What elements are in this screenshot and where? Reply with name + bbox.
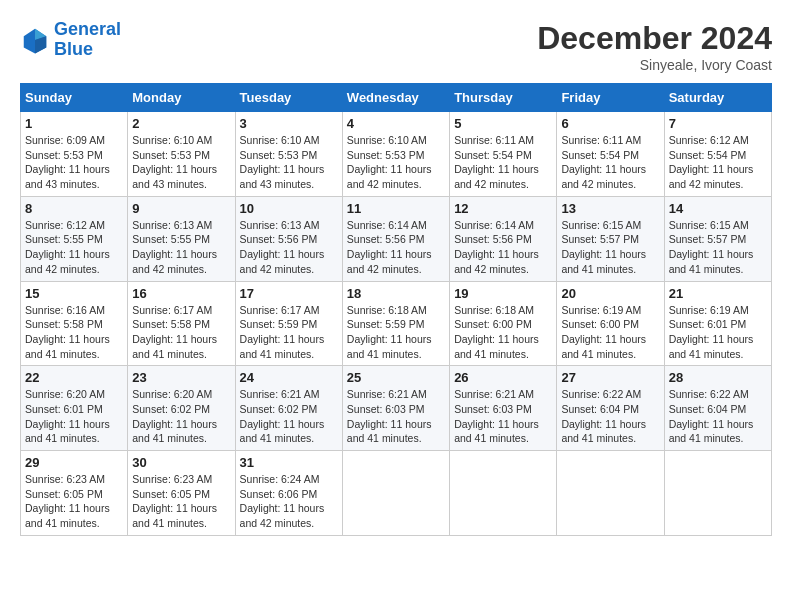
calendar-header-row: SundayMondayTuesdayWednesdayThursdayFrid… [21, 84, 772, 112]
day-info: Sunrise: 6:23 AM Sunset: 6:05 PM Dayligh… [132, 472, 230, 531]
calendar-week-row: 22Sunrise: 6:20 AM Sunset: 6:01 PM Dayli… [21, 366, 772, 451]
calendar-cell: 21Sunrise: 6:19 AM Sunset: 6:01 PM Dayli… [664, 281, 771, 366]
calendar-week-row: 15Sunrise: 6:16 AM Sunset: 5:58 PM Dayli… [21, 281, 772, 366]
calendar-cell: 12Sunrise: 6:14 AM Sunset: 5:56 PM Dayli… [450, 196, 557, 281]
calendar-cell: 11Sunrise: 6:14 AM Sunset: 5:56 PM Dayli… [342, 196, 449, 281]
logo-line1: General [54, 19, 121, 39]
calendar-cell [450, 451, 557, 536]
calendar-cell: 29Sunrise: 6:23 AM Sunset: 6:05 PM Dayli… [21, 451, 128, 536]
day-number: 6 [561, 116, 659, 131]
day-info: Sunrise: 6:21 AM Sunset: 6:03 PM Dayligh… [347, 387, 445, 446]
logo-line2: Blue [54, 39, 93, 59]
day-info: Sunrise: 6:14 AM Sunset: 5:56 PM Dayligh… [347, 218, 445, 277]
day-number: 8 [25, 201, 123, 216]
calendar-cell: 27Sunrise: 6:22 AM Sunset: 6:04 PM Dayli… [557, 366, 664, 451]
day-number: 3 [240, 116, 338, 131]
day-info: Sunrise: 6:09 AM Sunset: 5:53 PM Dayligh… [25, 133, 123, 192]
day-number: 12 [454, 201, 552, 216]
day-number: 2 [132, 116, 230, 131]
calendar-cell: 17Sunrise: 6:17 AM Sunset: 5:59 PM Dayli… [235, 281, 342, 366]
day-number: 11 [347, 201, 445, 216]
day-info: Sunrise: 6:13 AM Sunset: 5:55 PM Dayligh… [132, 218, 230, 277]
day-number: 9 [132, 201, 230, 216]
day-number: 13 [561, 201, 659, 216]
calendar-cell: 24Sunrise: 6:21 AM Sunset: 6:02 PM Dayli… [235, 366, 342, 451]
day-number: 15 [25, 286, 123, 301]
day-number: 16 [132, 286, 230, 301]
calendar-cell: 15Sunrise: 6:16 AM Sunset: 5:58 PM Dayli… [21, 281, 128, 366]
day-info: Sunrise: 6:10 AM Sunset: 5:53 PM Dayligh… [132, 133, 230, 192]
page-header: General Blue December 2024 Sinyeale, Ivo… [20, 20, 772, 73]
day-number: 1 [25, 116, 123, 131]
calendar-cell: 1Sunrise: 6:09 AM Sunset: 5:53 PM Daylig… [21, 112, 128, 197]
day-number: 26 [454, 370, 552, 385]
calendar-cell: 7Sunrise: 6:12 AM Sunset: 5:54 PM Daylig… [664, 112, 771, 197]
day-number: 30 [132, 455, 230, 470]
day-number: 5 [454, 116, 552, 131]
logo: General Blue [20, 20, 121, 60]
day-number: 27 [561, 370, 659, 385]
calendar-cell: 2Sunrise: 6:10 AM Sunset: 5:53 PM Daylig… [128, 112, 235, 197]
logo-text: General Blue [54, 20, 121, 60]
title-block: December 2024 Sinyeale, Ivory Coast [537, 20, 772, 73]
logo-icon [20, 25, 50, 55]
calendar-cell: 13Sunrise: 6:15 AM Sunset: 5:57 PM Dayli… [557, 196, 664, 281]
day-number: 28 [669, 370, 767, 385]
weekday-header-thursday: Thursday [450, 84, 557, 112]
day-info: Sunrise: 6:15 AM Sunset: 5:57 PM Dayligh… [669, 218, 767, 277]
calendar-cell: 25Sunrise: 6:21 AM Sunset: 6:03 PM Dayli… [342, 366, 449, 451]
calendar-cell: 10Sunrise: 6:13 AM Sunset: 5:56 PM Dayli… [235, 196, 342, 281]
weekday-header-sunday: Sunday [21, 84, 128, 112]
day-info: Sunrise: 6:10 AM Sunset: 5:53 PM Dayligh… [240, 133, 338, 192]
calendar-cell: 5Sunrise: 6:11 AM Sunset: 5:54 PM Daylig… [450, 112, 557, 197]
weekday-header-friday: Friday [557, 84, 664, 112]
day-number: 21 [669, 286, 767, 301]
calendar-week-row: 8Sunrise: 6:12 AM Sunset: 5:55 PM Daylig… [21, 196, 772, 281]
day-number: 24 [240, 370, 338, 385]
calendar-cell: 3Sunrise: 6:10 AM Sunset: 5:53 PM Daylig… [235, 112, 342, 197]
calendar-cell: 22Sunrise: 6:20 AM Sunset: 6:01 PM Dayli… [21, 366, 128, 451]
day-number: 23 [132, 370, 230, 385]
calendar-cell: 31Sunrise: 6:24 AM Sunset: 6:06 PM Dayli… [235, 451, 342, 536]
calendar-cell: 9Sunrise: 6:13 AM Sunset: 5:55 PM Daylig… [128, 196, 235, 281]
day-info: Sunrise: 6:22 AM Sunset: 6:04 PM Dayligh… [669, 387, 767, 446]
day-info: Sunrise: 6:15 AM Sunset: 5:57 PM Dayligh… [561, 218, 659, 277]
calendar-cell: 23Sunrise: 6:20 AM Sunset: 6:02 PM Dayli… [128, 366, 235, 451]
day-info: Sunrise: 6:12 AM Sunset: 5:55 PM Dayligh… [25, 218, 123, 277]
calendar-cell: 28Sunrise: 6:22 AM Sunset: 6:04 PM Dayli… [664, 366, 771, 451]
day-number: 7 [669, 116, 767, 131]
day-number: 20 [561, 286, 659, 301]
calendar-cell [557, 451, 664, 536]
calendar-cell: 30Sunrise: 6:23 AM Sunset: 6:05 PM Dayli… [128, 451, 235, 536]
calendar-cell: 19Sunrise: 6:18 AM Sunset: 6:00 PM Dayli… [450, 281, 557, 366]
day-info: Sunrise: 6:10 AM Sunset: 5:53 PM Dayligh… [347, 133, 445, 192]
calendar-cell [664, 451, 771, 536]
day-info: Sunrise: 6:18 AM Sunset: 5:59 PM Dayligh… [347, 303, 445, 362]
day-number: 31 [240, 455, 338, 470]
day-info: Sunrise: 6:18 AM Sunset: 6:00 PM Dayligh… [454, 303, 552, 362]
day-info: Sunrise: 6:24 AM Sunset: 6:06 PM Dayligh… [240, 472, 338, 531]
day-info: Sunrise: 6:20 AM Sunset: 6:02 PM Dayligh… [132, 387, 230, 446]
day-number: 14 [669, 201, 767, 216]
calendar-cell: 8Sunrise: 6:12 AM Sunset: 5:55 PM Daylig… [21, 196, 128, 281]
day-number: 10 [240, 201, 338, 216]
day-info: Sunrise: 6:17 AM Sunset: 5:58 PM Dayligh… [132, 303, 230, 362]
day-info: Sunrise: 6:19 AM Sunset: 6:00 PM Dayligh… [561, 303, 659, 362]
calendar-week-row: 29Sunrise: 6:23 AM Sunset: 6:05 PM Dayli… [21, 451, 772, 536]
day-info: Sunrise: 6:12 AM Sunset: 5:54 PM Dayligh… [669, 133, 767, 192]
calendar-cell [342, 451, 449, 536]
calendar-week-row: 1Sunrise: 6:09 AM Sunset: 5:53 PM Daylig… [21, 112, 772, 197]
day-info: Sunrise: 6:14 AM Sunset: 5:56 PM Dayligh… [454, 218, 552, 277]
day-info: Sunrise: 6:20 AM Sunset: 6:01 PM Dayligh… [25, 387, 123, 446]
day-info: Sunrise: 6:11 AM Sunset: 5:54 PM Dayligh… [561, 133, 659, 192]
calendar-cell: 14Sunrise: 6:15 AM Sunset: 5:57 PM Dayli… [664, 196, 771, 281]
day-number: 18 [347, 286, 445, 301]
day-info: Sunrise: 6:11 AM Sunset: 5:54 PM Dayligh… [454, 133, 552, 192]
day-info: Sunrise: 6:22 AM Sunset: 6:04 PM Dayligh… [561, 387, 659, 446]
weekday-header-saturday: Saturday [664, 84, 771, 112]
day-info: Sunrise: 6:17 AM Sunset: 5:59 PM Dayligh… [240, 303, 338, 362]
calendar-table: SundayMondayTuesdayWednesdayThursdayFrid… [20, 83, 772, 536]
day-info: Sunrise: 6:21 AM Sunset: 6:02 PM Dayligh… [240, 387, 338, 446]
calendar-cell: 18Sunrise: 6:18 AM Sunset: 5:59 PM Dayli… [342, 281, 449, 366]
day-info: Sunrise: 6:23 AM Sunset: 6:05 PM Dayligh… [25, 472, 123, 531]
